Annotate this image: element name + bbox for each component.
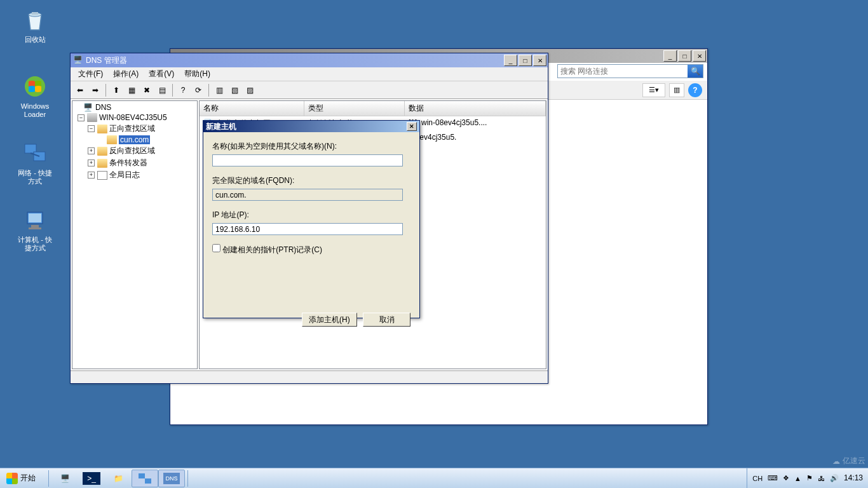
preview-pane-button[interactable]: ▥: [669, 83, 684, 97]
tree-reverse-zones[interactable]: +反向查找区域: [74, 145, 196, 157]
svg-rect-10: [145, 478, 151, 484]
zone-icon: [107, 135, 117, 144]
help-button[interactable]: ?: [176, 83, 190, 97]
cancel-button[interactable]: 取消: [363, 313, 410, 327]
desktop-icon-label: 网络 - 快捷 方式: [13, 169, 57, 186]
desktop-icon-label: Windows Loader: [13, 102, 57, 119]
tree-root-dns[interactable]: 🖥️DNS: [74, 102, 196, 112]
list-header: 名称 类型 数据: [200, 101, 546, 116]
taskbar-powershell[interactable]: >_: [78, 470, 105, 487]
tree-global-logs[interactable]: +全局日志: [74, 169, 196, 181]
tree-server[interactable]: −WIN-08EV4CJ35U5: [74, 112, 196, 123]
dns-tree-panel[interactable]: 🖥️DNS −WIN-08EV4CJ35U5 −正向查找区域 cun.com +…: [72, 100, 198, 369]
tree-domain-cun-com[interactable]: cun.com: [74, 135, 196, 145]
tree-conditional-forwarders[interactable]: +条件转发器: [74, 157, 196, 169]
cell-data: [1], win-08ev4cj35u5....: [405, 117, 546, 130]
loader-icon: [22, 73, 48, 100]
start-button[interactable]: 开始: [3, 470, 43, 487]
taskbar-server-manager[interactable]: 🖥️: [51, 470, 78, 487]
tray-network-icon[interactable]: 🖧: [818, 475, 825, 482]
maximize-button[interactable]: □: [519, 55, 532, 66]
expander-icon[interactable]: +: [88, 147, 95, 154]
col-name[interactable]: 名称: [200, 101, 304, 116]
watermark: ☁ 亿速云: [832, 456, 865, 466]
dialog-titlebar[interactable]: 新建主机 ✕: [203, 121, 419, 132]
menu-help[interactable]: 帮助(H): [179, 67, 215, 81]
taskbar-dns-manager[interactable]: DNS: [158, 470, 185, 487]
expander-icon[interactable]: +: [88, 159, 95, 166]
dns-menubar: 文件(F) 操作(A) 查看(V) 帮助(H): [71, 67, 548, 81]
add-button[interactable]: ▨: [243, 83, 257, 97]
recycle-bin-icon: [22, 6, 48, 33]
network-search-box[interactable]: 🔍: [557, 64, 703, 78]
tree-forward-zones[interactable]: −正向查找区域: [74, 123, 196, 135]
close-button[interactable]: ✕: [407, 122, 417, 131]
tray-action-center-icon[interactable]: ❖: [783, 474, 789, 482]
menu-view[interactable]: 查看(V): [144, 67, 179, 81]
view-options-button[interactable]: ☰▾: [642, 83, 665, 97]
properties-button[interactable]: ▤: [155, 83, 169, 97]
col-data[interactable]: 数据: [405, 101, 546, 116]
col-type[interactable]: 类型: [304, 101, 405, 116]
desktop-icon-computer[interactable]: 计算机 - 快 捷方式: [13, 207, 57, 252]
new-host-dialog[interactable]: 新建主机 ✕ 名称(如果为空则使用其父域名称)(N): 完全限定的域名(FQDN…: [203, 120, 420, 318]
export-button[interactable]: ▧: [227, 83, 241, 97]
refresh-button[interactable]: ⟳: [191, 83, 205, 97]
ptr-checkbox-label[interactable]: 创建相关的指针(PTR)记录(C): [212, 245, 322, 254]
desktop-icon-network[interactable]: 网络 - 快捷 方式: [13, 140, 57, 186]
taskbar-network[interactable]: [132, 470, 158, 487]
svg-rect-6: [29, 214, 41, 222]
tray-sound-icon[interactable]: 🔊: [830, 474, 839, 482]
desktop-icon-recycle-bin[interactable]: 回收站: [13, 6, 57, 44]
up-button[interactable]: ⬆: [109, 83, 123, 97]
tray-flag-icon[interactable]: ⚑: [806, 474, 813, 482]
tray-keyboard-icon[interactable]: ⌨: [768, 474, 778, 482]
help-icon[interactable]: ?: [688, 83, 702, 97]
system-tray: CH ⌨ ❖ ▲ ⚑ 🖧 🔊 14:13: [747, 468, 868, 488]
minimize-button[interactable]: _: [663, 50, 677, 62]
network-search-input[interactable]: [558, 65, 688, 78]
cell-data: -08ev4cj35u5.: [405, 132, 546, 143]
desktop-icon-windows-loader[interactable]: Windows Loader: [13, 73, 57, 119]
dns-root-icon: 🖥️: [83, 103, 93, 112]
server-icon: [87, 113, 97, 122]
taskbar-explorer[interactable]: 📁: [105, 470, 132, 487]
dns-toolbar: ⬅ ➡ ⬆ ▦ ✖ ▤ ? ⟳ ▥ ▧ ▨: [71, 81, 548, 99]
ptr-checkbox[interactable]: [212, 244, 220, 252]
svg-rect-8: [29, 227, 41, 229]
windows-logo-icon: [6, 473, 18, 484]
network-icon: [22, 140, 48, 166]
ip-label: IP 地址(P):: [212, 210, 410, 220]
name-label: 名称(如果为空则使用其父域名称)(N):: [212, 141, 410, 152]
ip-address-input[interactable]: [212, 223, 403, 235]
folder-icon: [97, 147, 107, 156]
tray-updates-icon[interactable]: ▲: [794, 475, 801, 482]
show-hide-button[interactable]: ▦: [125, 83, 139, 97]
folder-icon: [97, 159, 107, 168]
expander-icon[interactable]: −: [78, 114, 85, 121]
menu-file[interactable]: 文件(F): [73, 67, 108, 81]
fqdn-input: [212, 189, 403, 201]
expander-icon[interactable]: −: [88, 125, 95, 132]
desktop-icon-label: 计算机 - 快 捷方式: [13, 236, 57, 252]
cloud-icon: ☁: [832, 457, 840, 466]
close-button[interactable]: ✕: [693, 50, 706, 62]
desktop-icon-label: 回收站: [13, 36, 57, 44]
host-name-input[interactable]: [212, 154, 403, 166]
taskbar-clock[interactable]: 14:13: [844, 474, 863, 482]
dns-window-title: DNS 管理器: [86, 55, 504, 66]
dns-titlebar[interactable]: 🖥️ DNS 管理器 _ □ ✕: [71, 53, 548, 67]
filter-button[interactable]: ▥: [212, 83, 226, 97]
forward-button[interactable]: ➡: [88, 83, 102, 97]
delete-button[interactable]: ✖: [140, 83, 154, 97]
add-host-button[interactable]: 添加主机(H): [302, 313, 357, 327]
search-icon[interactable]: 🔍: [688, 65, 703, 78]
menu-action[interactable]: 操作(A): [108, 67, 144, 81]
minimize-button[interactable]: _: [504, 55, 517, 66]
fqdn-label: 完全限定的域名(FQDN):: [212, 175, 410, 186]
language-indicator[interactable]: CH: [752, 475, 763, 482]
expander-icon[interactable]: +: [88, 172, 95, 179]
close-button[interactable]: ✕: [533, 55, 546, 66]
maximize-button[interactable]: □: [678, 50, 691, 62]
back-button[interactable]: ⬅: [73, 83, 87, 97]
